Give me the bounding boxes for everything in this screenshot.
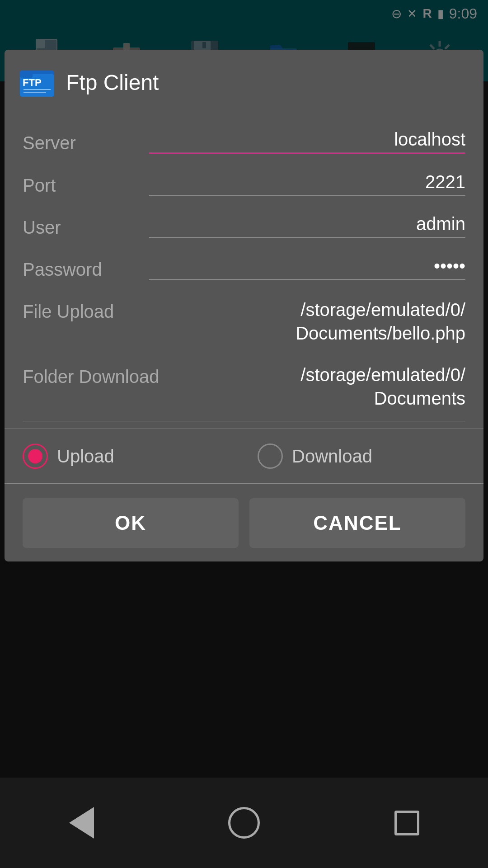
- server-label: Server: [23, 129, 140, 153]
- app-title: Ftp Client: [66, 70, 159, 95]
- file-upload-label: File Upload: [23, 298, 140, 322]
- back-icon: [69, 807, 94, 839]
- radio-section: Upload Download: [5, 429, 483, 484]
- ok-button[interactable]: OK: [23, 498, 239, 548]
- folder-download-value[interactable]: /storage/emulated/0/Documents: [300, 363, 465, 410]
- form-area: Server Port User Password: [5, 111, 483, 421]
- file-upload-field-row: File Upload /storage/emulated/0/Document…: [23, 283, 465, 349]
- folder-download-field-row: Folder Download /storage/emulated/0/Docu…: [23, 349, 465, 421]
- download-label: Download: [292, 446, 372, 467]
- user-input-wrapper[interactable]: [149, 214, 465, 238]
- cancel-button[interactable]: CANCEL: [249, 498, 465, 548]
- app-icon: FTP: [19, 64, 55, 100]
- upload-label: Upload: [57, 446, 114, 467]
- dialog-header: FTP Ftp Client: [5, 50, 483, 111]
- port-input[interactable]: [149, 172, 465, 192]
- cancel-label: CANCEL: [313, 512, 401, 534]
- bottom-nav: [0, 778, 488, 868]
- folder-download-wrapper[interactable]: /storage/emulated/0/Documents: [168, 363, 465, 410]
- download-radio[interactable]: [258, 443, 283, 469]
- home-icon: [228, 807, 260, 839]
- recent-icon: [394, 811, 419, 835]
- server-field-row: Server: [23, 115, 465, 157]
- recent-button[interactable]: [384, 800, 429, 845]
- password-input-wrapper[interactable]: [149, 256, 465, 280]
- user-input[interactable]: [149, 214, 465, 234]
- password-field-row: Password: [23, 241, 465, 283]
- user-underline: [149, 237, 465, 238]
- home-button[interactable]: [221, 800, 267, 845]
- upload-option[interactable]: Upload: [23, 443, 230, 469]
- port-label: Port: [23, 172, 140, 196]
- server-input-wrapper[interactable]: [149, 129, 465, 154]
- password-label: Password: [23, 256, 140, 280]
- ok-label: OK: [115, 512, 146, 534]
- upload-radio-inner: [28, 449, 42, 463]
- folder-download-label: Folder Download: [23, 363, 159, 387]
- user-field-row: User: [23, 199, 465, 241]
- password-underline: [149, 279, 465, 280]
- port-input-wrapper[interactable]: [149, 172, 465, 196]
- port-field-row: Port: [23, 157, 465, 199]
- user-label: User: [23, 214, 140, 238]
- file-upload-wrapper[interactable]: /storage/emulated/0/Documents/bello.php: [149, 298, 465, 345]
- file-upload-value[interactable]: /storage/emulated/0/Documents/bello.php: [296, 298, 465, 345]
- password-input[interactable]: [149, 256, 465, 276]
- back-button[interactable]: [59, 800, 104, 845]
- server-underline: [149, 152, 465, 154]
- svg-text:FTP: FTP: [23, 77, 42, 88]
- download-option[interactable]: Download: [258, 443, 465, 469]
- server-input[interactable]: [149, 129, 465, 150]
- upload-radio[interactable]: [23, 443, 48, 469]
- button-row: OK CANCEL: [5, 484, 483, 548]
- port-underline: [149, 195, 465, 196]
- dialog: FTP Ftp Client Server Port User: [5, 50, 483, 561]
